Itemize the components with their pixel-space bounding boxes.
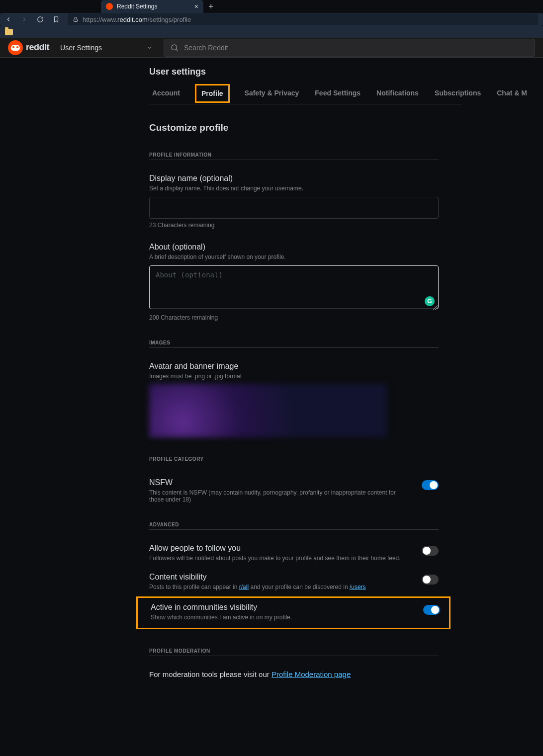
url-text: https://www.reddit.com/settings/profile [83,16,191,23]
tab-notifications[interactable]: Notifications [375,83,420,104]
moderation-text: For moderation tools please visit our Pr… [149,656,439,678]
tab-chat-messaging[interactable]: Chat & M [496,83,528,104]
about-textarea[interactable] [149,265,439,309]
category-profile-information: PROFILE INFORMATION [149,133,439,160]
forward-icon[interactable] [21,16,28,23]
link-r-all[interactable]: r/all [239,584,249,590]
active-communities-highlight: Active in communities visibility Show wh… [136,596,451,629]
reddit-icon [8,40,23,55]
tab-account[interactable]: Account [151,83,181,104]
bookmark-bar [0,26,543,38]
reddit-favicon-icon [106,3,113,10]
link-users[interactable]: /users [350,584,366,590]
category-images: IMAGES [149,321,439,348]
follow-label: Allow people to follow you [149,544,410,553]
reddit-wordmark: reddit [26,42,49,53]
display-name-desc: Set a display name. This does not change… [149,183,439,192]
search-icon [170,43,179,52]
tab-profile[interactable]: Profile [195,84,230,103]
settings-tabs: Account Profile Safety & Privacy Feed Se… [149,83,462,104]
category-advanced: ADVANCED [149,503,439,530]
reddit-logo[interactable]: reddit [8,40,49,55]
nsfw-toggle[interactable] [422,480,439,490]
avatar-banner-field: Avatar and banner image Images must be .… [149,348,439,437]
tab-feed-settings[interactable]: Feed Settings [314,83,362,104]
content-visibility-toggle-row: Content visibility Posts to this profile… [149,562,439,590]
about-counter: 200 Characters remaining [149,311,439,321]
back-icon[interactable] [5,16,12,23]
browser-tab-bar: Reddit Settings × + [0,0,543,13]
svg-line-2 [176,49,178,51]
site-header: reddit User Settings [0,38,543,58]
follow-desc: Followers will be notified about posts y… [149,553,410,562]
content-visibility-toggle[interactable] [422,575,439,585]
profile-moderation-link[interactable]: Profile Moderation page [272,670,351,678]
display-name-label: Display name (optional) [149,174,439,183]
browser-toolbar: https://www.reddit.com/settings/profile [0,13,543,26]
active-communities-label: Active in communities visibility [151,603,411,612]
close-tab-icon[interactable]: × [194,2,198,10]
nsfw-label: NSFW [149,478,410,487]
url-bar[interactable]: https://www.reddit.com/settings/profile [68,13,538,25]
svg-rect-0 [74,19,78,22]
search-bar[interactable] [164,39,535,57]
lock-icon [73,16,79,22]
avatar-banner-label: Avatar and banner image [149,362,439,371]
tab-subscriptions[interactable]: Subscriptions [434,83,482,104]
new-tab-button[interactable]: + [203,1,219,12]
folder-icon[interactable] [5,29,13,35]
about-desc: A brief description of yourself shown on… [149,252,439,260]
display-name-counter: 23 Characters remaining [149,219,439,229]
tab-title: Reddit Settings [117,3,190,10]
resize-handle-icon[interactable] [433,305,438,310]
nav-dropdown[interactable]: User Settings [54,44,159,52]
active-communities-desc: Show which communities I am active in on… [151,612,411,621]
svg-point-1 [172,45,177,50]
about-field: About (optional) A brief description of … [149,229,439,321]
display-name-field: Display name (optional) Set a display na… [149,160,439,229]
reload-icon[interactable] [37,16,44,23]
chevron-down-icon [147,45,153,51]
grammarly-icon[interactable]: G [425,296,435,306]
display-name-input[interactable] [149,197,439,219]
page-title: User settings [149,58,543,83]
category-profile-moderation: PROFILE MODERATION [149,629,439,656]
search-input[interactable] [184,44,529,52]
nav-dropdown-label: User Settings [60,44,102,52]
nsfw-desc: This content is NSFW (may contain nudity… [149,487,410,503]
section-title: Customize profile [149,104,543,133]
browser-tab-active[interactable]: Reddit Settings × [101,0,203,13]
follow-toggle-row: Allow people to follow you Followers wil… [149,530,439,562]
settings-panel: User settings Account Profile Safety & P… [0,58,543,698]
category-profile-category: PROFILE CATEGORY [149,437,439,464]
content-visibility-desc: Posts to this profile can appear in r/al… [149,582,410,590]
avatar-banner-desc: Images must be .png or .jpg format [149,371,439,380]
banner-image-preview[interactable] [149,384,387,437]
follow-toggle[interactable] [422,546,439,556]
tab-safety-privacy[interactable]: Safety & Privacy [244,83,300,104]
about-label: About (optional) [149,243,439,252]
nsfw-toggle-row: NSFW This content is NSFW (may contain n… [149,464,439,503]
bookmark-icon[interactable] [53,16,60,23]
content-visibility-label: Content visibility [149,573,410,582]
active-communities-toggle[interactable] [423,605,440,615]
active-communities-toggle-row: Active in communities visibility Show wh… [151,603,440,621]
